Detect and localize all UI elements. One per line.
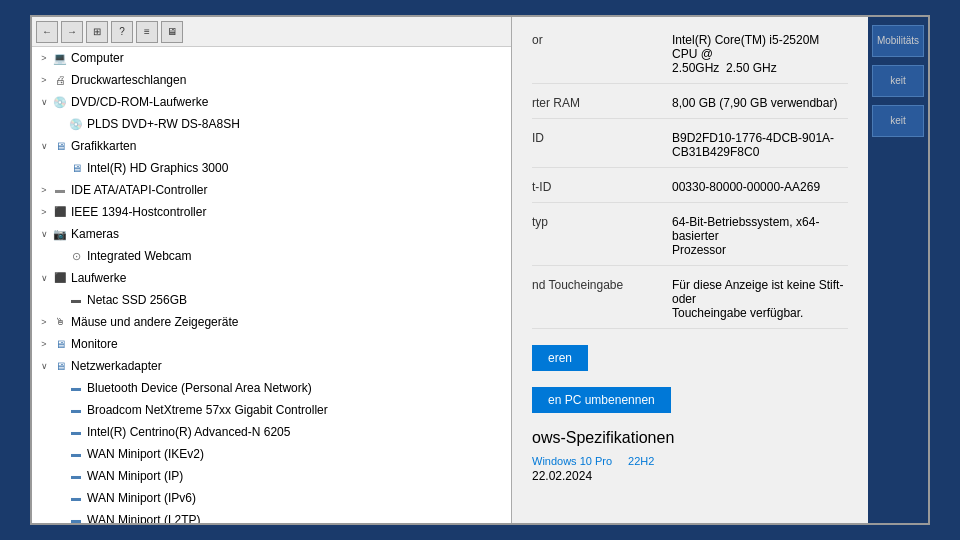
- toolbar: ← → ⊞ ? ≡ 🖥: [32, 17, 511, 47]
- windows-spec-section: ows-Spezifikationen Windows 10 Pro 22H2 …: [532, 429, 848, 483]
- tree-item[interactable]: 🖥 Intel(R) HD Graphics 3000: [32, 157, 511, 179]
- expand-icon: >: [36, 49, 52, 67]
- spec-value-pid: 00330-80000-00000-AA269: [672, 180, 848, 194]
- spec-label: nd Toucheingabe: [532, 278, 672, 320]
- net-adapter-icon: ▬: [68, 380, 84, 396]
- expand-icon: >: [36, 203, 52, 221]
- item-label: Intel(R) Centrino(R) Advanced-N 6205: [87, 423, 290, 441]
- net-adapter-icon: ▬: [68, 490, 84, 506]
- item-label: Computer: [71, 49, 124, 67]
- tree-item[interactable]: ∨ 🖥 Netzwerkadapter: [32, 355, 511, 377]
- tree-item[interactable]: ▬ Bluetooth Device (Personal Area Networ…: [32, 377, 511, 399]
- ieee-icon: ⬛: [52, 204, 68, 220]
- item-label: Monitore: [71, 335, 118, 353]
- tree-item[interactable]: > ▬ IDE ATA/ATAPI-Controller: [32, 179, 511, 201]
- expand-icon: >: [36, 181, 52, 199]
- item-label: WAN Miniport (IPv6): [87, 489, 196, 507]
- spec-row-id: ID B9D2FD10-1776-4DCB-901A-CB31B429F8C0: [532, 131, 848, 168]
- tree-item[interactable]: ▬ Broadcom NetXtreme 57xx Gigabit Contro…: [32, 399, 511, 421]
- camera-icon: 📷: [52, 226, 68, 242]
- computer-icon: 💻: [52, 50, 68, 66]
- net-adapter-icon: ▬: [68, 512, 84, 523]
- expand-icon: ∨: [36, 269, 52, 287]
- hdd-icon: ▬: [68, 292, 84, 308]
- windows-details: Windows 10 Pro 22H2: [532, 455, 848, 469]
- expand-icon: ∨: [36, 357, 52, 375]
- mobilitaet-button[interactable]: Mobilitäts: [872, 25, 924, 57]
- ide-icon: ▬: [52, 182, 68, 198]
- tree-item[interactable]: ∨ 💿 DVD/CD-ROM-Laufwerke: [32, 91, 511, 113]
- spec-row-ram: rter RAM 8,00 GB (7,90 GB verwendbar): [532, 96, 848, 119]
- rename-button[interactable]: en PC umbenennen: [532, 387, 671, 413]
- spec-row-pid: t-ID 00330-80000-00000-AA269: [532, 180, 848, 203]
- display-button[interactable]: 🖥: [161, 21, 183, 43]
- tree-item[interactable]: ∨ 📷 Kameras: [32, 223, 511, 245]
- net-adapter-icon: ▬: [68, 424, 84, 440]
- tree-item[interactable]: ⊙ Integrated Webcam: [32, 245, 511, 267]
- item-label: Broadcom NetXtreme 57xx Gigabit Controll…: [87, 401, 328, 419]
- windows-version-label: 22H2: [628, 455, 654, 467]
- tree-item[interactable]: > ⬛ IEEE 1394-Hostcontroller: [32, 201, 511, 223]
- tree-item[interactable]: > 🖥 Monitore: [32, 333, 511, 355]
- item-label: Netzwerkadapter: [71, 357, 162, 375]
- window-button[interactable]: ⊞: [86, 21, 108, 43]
- item-label: PLDS DVD+-RW DS-8A8SH: [87, 115, 240, 133]
- item-label: WAN Miniport (IKEv2): [87, 445, 204, 463]
- rename-row: en PC umbenennen: [532, 383, 848, 417]
- expand-icon: >: [36, 313, 52, 331]
- item-label: Integrated Webcam: [87, 247, 192, 265]
- item-label: Netac SSD 256GB: [87, 291, 187, 309]
- tree-item[interactable]: ▬ WAN Miniport (IPv6): [32, 487, 511, 509]
- gpu-icon: 🖥: [52, 138, 68, 154]
- tree-item[interactable]: ▬ Netac SSD 256GB: [32, 289, 511, 311]
- tree-item[interactable]: 💿 PLDS DVD+-RW DS-8A8SH: [32, 113, 511, 135]
- net-adapter-icon: ▬: [68, 446, 84, 462]
- keit-button-1[interactable]: keit: [872, 65, 924, 97]
- spec-label: or: [532, 33, 672, 75]
- back-button[interactable]: ←: [36, 21, 58, 43]
- spec-label: ID: [532, 131, 672, 159]
- net-adapter-icon: ▬: [68, 468, 84, 484]
- aktivieren-button[interactable]: eren: [532, 345, 588, 371]
- tree-item[interactable]: > 💻 Computer: [32, 47, 511, 69]
- screen-container: ← → ⊞ ? ≡ 🖥 > 💻 Computer > 🖨 Druckwartes…: [30, 15, 930, 525]
- item-label: IEEE 1394-Hostcontroller: [71, 203, 206, 221]
- monitor-icon: 🖥: [52, 336, 68, 352]
- disc-icon: 💿: [68, 116, 84, 132]
- windows-spec-header: ows-Spezifikationen: [532, 429, 848, 447]
- sys-content: or Intel(R) Core(TM) i5-2520M CPU @2.50G…: [512, 17, 868, 523]
- spec-value-type: 64-Bit-Betriebssystem, x64-basierterProz…: [672, 215, 848, 257]
- help-button[interactable]: ?: [111, 21, 133, 43]
- expand-icon: ∨: [36, 225, 52, 243]
- actions-row: eren: [532, 341, 848, 375]
- item-label: Bluetooth Device (Personal Area Network): [87, 379, 312, 397]
- spec-value-processor: Intel(R) Core(TM) i5-2520M CPU @2.50GHz …: [672, 33, 848, 75]
- tree-item[interactable]: ∨ ⬛ Laufwerke: [32, 267, 511, 289]
- tree-item[interactable]: ▬ WAN Miniport (L2TP): [32, 509, 511, 523]
- tree-item[interactable]: ▬ WAN Miniport (IP): [32, 465, 511, 487]
- tree-item[interactable]: ∨ 🖥 Grafikkarten: [32, 135, 511, 157]
- expand-icon: >: [36, 71, 52, 89]
- item-label: WAN Miniport (IP): [87, 467, 183, 485]
- forward-button[interactable]: →: [61, 21, 83, 43]
- tree-item[interactable]: > 🖱 Mäuse und andere Zeigegeräte: [32, 311, 511, 333]
- tree-item[interactable]: ▬ Intel(R) Centrino(R) Advanced-N 6205: [32, 421, 511, 443]
- item-label: WAN Miniport (L2TP): [87, 511, 201, 523]
- spec-row-type: typ 64-Bit-Betriebssystem, x64-basierter…: [532, 215, 848, 266]
- item-label: Laufwerke: [71, 269, 126, 287]
- drive-icon: ⬛: [52, 270, 68, 286]
- tree-item[interactable]: ▬ WAN Miniport (IKEv2): [32, 443, 511, 465]
- keit-button-2[interactable]: keit: [872, 105, 924, 137]
- menu-button[interactable]: ≡: [136, 21, 158, 43]
- spec-row-processor: or Intel(R) Core(TM) i5-2520M CPU @2.50G…: [532, 33, 848, 84]
- expand-icon: >: [36, 335, 52, 353]
- dvd-icon: 💿: [52, 94, 68, 110]
- device-tree[interactable]: > 💻 Computer > 🖨 Druckwarteschlangen ∨ 💿…: [32, 47, 511, 523]
- item-label: IDE ATA/ATAPI-Controller: [71, 181, 207, 199]
- windows-edition-label: Windows 10 Pro: [532, 455, 612, 467]
- printer-icon: 🖨: [52, 72, 68, 88]
- item-label: DVD/CD-ROM-Laufwerke: [71, 93, 208, 111]
- spec-label: rter RAM: [532, 96, 672, 110]
- item-label: Kameras: [71, 225, 119, 243]
- tree-item[interactable]: > 🖨 Druckwarteschlangen: [32, 69, 511, 91]
